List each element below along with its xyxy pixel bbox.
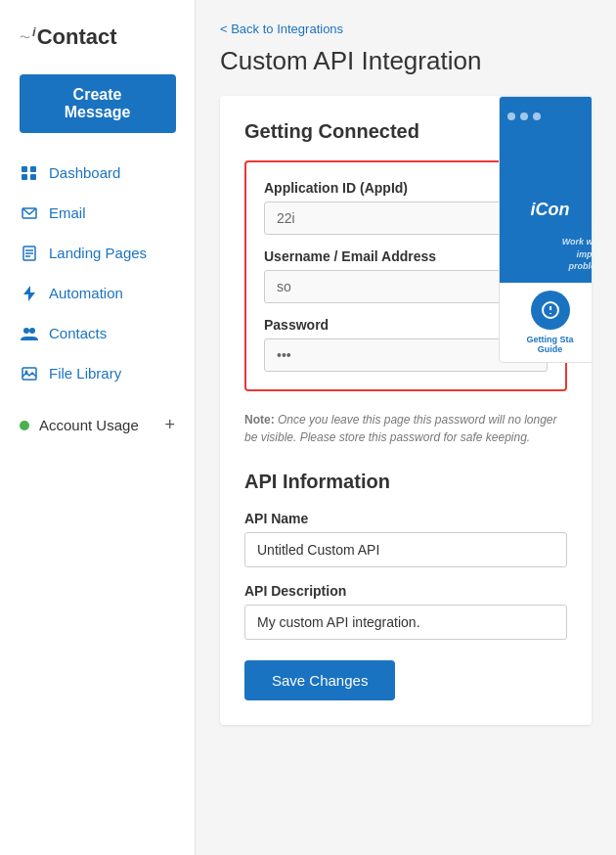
save-changes-button[interactable]: Save Changes bbox=[244, 660, 395, 700]
grid-icon bbox=[20, 165, 39, 181]
envelope-icon bbox=[20, 205, 39, 221]
sidebar-item-email[interactable]: Email bbox=[0, 193, 195, 233]
sidebar-item-dashboard-label: Dashboard bbox=[49, 164, 120, 181]
plus-icon[interactable]: + bbox=[164, 415, 175, 435]
svg-marker-9 bbox=[23, 286, 35, 301]
svg-rect-2 bbox=[22, 174, 27, 180]
sidebar-item-contacts-label: Contacts bbox=[49, 325, 107, 341]
api-name-input[interactable] bbox=[244, 532, 567, 567]
create-message-button[interactable]: Create Message bbox=[20, 74, 176, 133]
sidebar-item-landing-pages-label: Landing Pages bbox=[49, 245, 147, 261]
guide-icon bbox=[531, 291, 570, 330]
logo-area: 〜 iContact bbox=[0, 15, 195, 69]
api-desc-input[interactable] bbox=[244, 605, 567, 640]
password-note: Note: Note: Once you leave this page thi… bbox=[244, 411, 567, 446]
panel-brand-area: iCon Work wiimprproble bbox=[500, 136, 592, 283]
api-info-title: API Information bbox=[244, 471, 567, 493]
file-icon bbox=[20, 246, 39, 261]
sidebar-item-file-library-label: File Library bbox=[49, 365, 121, 382]
side-panel-header bbox=[500, 97, 592, 136]
sidebar-item-automation[interactable]: Automation bbox=[0, 273, 195, 313]
sidebar-item-landing-pages[interactable]: Landing Pages bbox=[0, 233, 195, 273]
panel-dot-2 bbox=[520, 112, 528, 120]
account-usage-label: Account Usage bbox=[39, 417, 139, 433]
panel-guide-text: Getting StaGuide bbox=[507, 335, 592, 354]
sidebar: 〜 iContact Create Message Dashboard Emai… bbox=[0, 0, 196, 855]
users-icon bbox=[20, 326, 39, 341]
svg-point-10 bbox=[23, 328, 29, 334]
sidebar-item-account-usage[interactable]: Account Usage + bbox=[0, 403, 195, 447]
main-content: < Back to Integrations Custom API Integr… bbox=[196, 0, 616, 855]
logo-wifi-icon: 〜 bbox=[20, 30, 30, 45]
sidebar-item-file-library[interactable]: File Library bbox=[0, 353, 195, 393]
sidebar-item-contacts[interactable]: Contacts bbox=[0, 313, 195, 353]
sidebar-item-automation-label: Automation bbox=[49, 285, 123, 301]
api-name-label: API Name bbox=[244, 511, 567, 526]
side-panel-preview: iCon Work wiimprproble Getting StaGuide bbox=[499, 96, 592, 363]
panel-guide-section: Getting StaGuide bbox=[500, 283, 592, 362]
svg-rect-0 bbox=[22, 166, 27, 172]
back-to-integrations-link[interactable]: < Back to Integrations bbox=[220, 22, 343, 36]
panel-description-text: Work wiimprproble bbox=[562, 236, 592, 273]
panel-dot-1 bbox=[507, 112, 515, 120]
svg-point-11 bbox=[29, 328, 35, 334]
logo-text: iContact bbox=[32, 24, 117, 50]
page-title: Custom API Integration bbox=[220, 46, 592, 76]
panel-brand-text: iCon bbox=[531, 200, 570, 220]
sidebar-item-email-label: Email bbox=[49, 204, 86, 221]
sidebar-item-dashboard[interactable]: Dashboard bbox=[0, 153, 195, 193]
svg-rect-1 bbox=[30, 166, 36, 172]
status-dot bbox=[20, 421, 29, 430]
api-info-section: API Information API Name API Description… bbox=[244, 471, 567, 700]
main-card: Getting Connected Application ID (AppId)… bbox=[220, 96, 592, 725]
svg-rect-3 bbox=[30, 174, 36, 180]
image-icon bbox=[20, 366, 39, 382]
api-desc-label: API Description bbox=[244, 583, 567, 599]
panel-dot-3 bbox=[533, 112, 541, 120]
bolt-icon bbox=[20, 286, 39, 301]
